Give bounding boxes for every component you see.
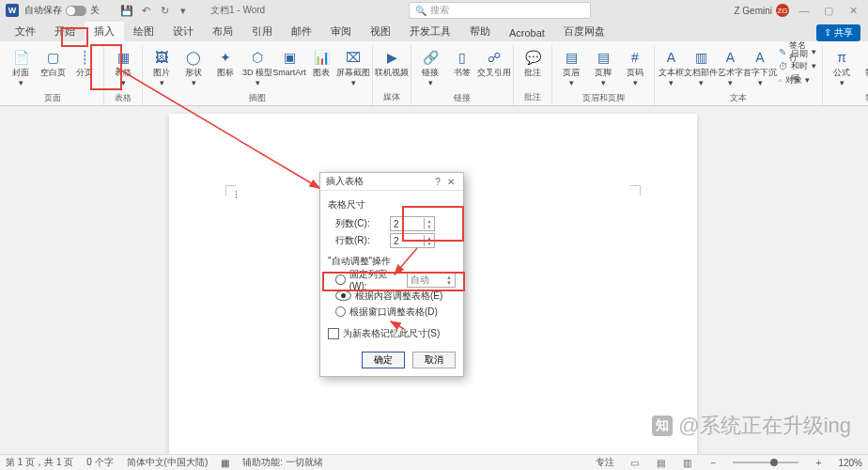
tab-开始[interactable]: 开始 [45,22,85,41]
undo-icon[interactable]: ↶ [139,4,152,17]
columns-input[interactable]: 2 ▲▼ [390,216,435,231]
columns-value: 2 [391,219,424,229]
page-count[interactable]: 第 1 页，共 1 页 [6,456,73,469]
columns-label: 列数(C): [328,217,386,230]
qat-dropdown-icon[interactable]: ▾ [177,4,190,17]
spinner-arrows[interactable]: ▲▼ [424,218,434,229]
ribbon-btn-文本框[interactable]: A文本框▾ [659,45,684,90]
share-button[interactable]: ⇪ 共享 [816,24,860,41]
艺术字-icon: A [721,47,741,68]
ribbon-btn-label: 封面 [12,68,29,78]
toggle-switch[interactable] [66,6,86,16]
tab-帮助[interactable]: 帮助 [460,22,500,41]
tab-邮件[interactable]: 邮件 [282,22,321,41]
ribbon-btn-图表[interactable]: 📊图表 [306,45,336,80]
group-label: 媒体 [383,89,400,105]
ribbon-btn-公式[interactable]: π公式▾ [827,45,857,90]
autosave-toggle[interactable]: 自动保存 关 [24,4,100,17]
redo-icon[interactable]: ↻ [158,4,171,17]
ribbon-btn-交叉引用[interactable]: ☍交叉引用 [479,45,509,80]
ribbon-btn-封面[interactable]: 📄封面▾ [6,45,36,90]
close-icon[interactable]: ✕ [844,5,862,17]
cancel-button[interactable]: 取消 [412,352,456,368]
close-icon[interactable]: ✕ [444,177,457,187]
restore-icon[interactable]: ▢ [819,5,838,17]
radio-fixed-label: 固定列宽(W): [349,268,403,291]
ribbon-btn-艺术字[interactable]: A艺术字▾ [718,45,743,90]
ribbon-btn-文档部件[interactable]: ▥文档部件▾ [686,45,716,90]
radio-fixed-width[interactable]: 固定列宽(W): 自动 ▲▼ [328,272,456,288]
tab-视图[interactable]: 视图 [361,22,400,41]
text-cursor: ⸽ [233,188,239,201]
chevron-down-icon: ▾ [160,78,164,88]
tab-引用[interactable]: 引用 [242,22,282,41]
help-icon[interactable]: ? [431,177,444,187]
rows-input[interactable]: 2 ▲▼ [390,233,435,248]
tab-插入[interactable]: 插入 [85,22,124,41]
tab-Acrobat[interactable]: Acrobat [500,24,554,41]
ribbon-btn-图标[interactable]: ✦图标 [210,45,240,80]
spinner-arrows[interactable]: ▲▼ [446,274,452,286]
zoom-in-icon[interactable]: + [812,458,825,468]
tab-开发工具[interactable]: 开发工具 [400,22,460,41]
fixed-width-select[interactable]: 自动 ▲▼ [407,273,456,288]
tab-文件[interactable]: 文件 [6,22,45,41]
print-layout-icon[interactable]: ▤ [654,458,667,468]
ok-button[interactable]: 确定 [362,352,405,368]
web-layout-icon[interactable]: ▥ [680,458,693,468]
ribbon-btn-SmartArt[interactable]: ▣SmartArt [274,45,304,80]
ribbon-btn-表格[interactable]: ▦表格▾ [108,45,138,90]
tab-设计[interactable]: 设计 [163,22,203,41]
ribbon-group-页眉和页脚: ▤页眉▾▤页脚▾#页码▾页眉和页脚 [552,45,655,105]
ribbon-btn-label: SmartArt [272,68,306,78]
tab-审阅[interactable]: 审阅 [321,22,361,41]
tab-百度网盘[interactable]: 百度网盘 [554,22,614,41]
ribbon-btn-页脚[interactable]: ▤页脚▾ [588,45,618,90]
ribbon-btn-首字下沉[interactable]: A首字下沉▾ [745,45,775,90]
ribbon-btn-label: 首字下沉 [743,68,777,78]
save-icon[interactable]: 💾 [120,4,133,17]
ribbon-group-批注: 💬批注批注 [514,45,552,105]
ribbon-btn-页码[interactable]: #页码▾ [620,45,650,90]
ribbon-btn-链接[interactable]: 🔗链接▾ [415,45,445,90]
tab-布局[interactable]: 布局 [203,22,242,41]
ribbon-mini-日期和时间[interactable]: ⏱日期和时间 ▾ [779,59,816,72]
ribbon-btn-label: 分页 [76,68,93,78]
group-label: 链接 [454,90,471,106]
tab-绘图[interactable]: 绘图 [124,22,163,41]
search-box[interactable]: 🔍 搜索 [409,2,591,19]
联机视频-icon: ▶ [381,47,402,68]
ribbon-btn-书签[interactable]: ▯书签 [447,45,477,80]
ribbon: 📄封面▾▢空白页┊分页页面▦表格▾表格🖼图片▾◯形状▾✦图标⬡3D 模型▾▣Sm… [0,41,868,106]
radio-autofit-content[interactable]: 根据内容调整表格(E) [328,288,456,304]
ribbon-mini-对象[interactable]: ▫对象 ▾ [779,73,816,86]
ribbon-btn-批注[interactable]: 💬批注 [518,45,548,80]
zoom-out-icon[interactable]: − [706,458,720,468]
ribbon-btn-图片[interactable]: 🖼图片▾ [147,45,177,90]
ribbon-btn-label: 公式 [833,68,850,78]
document-name: 文档1 - Word [210,4,265,17]
ribbon-group-文本: A文本框▾▥文档部件▾A艺术字▾A首字下沉▾✎签名行 ▾⏱日期和时间 ▾▫对象 … [655,45,823,105]
language[interactable]: 简体中文(中国大陆) [127,456,209,469]
ribbon-btn-符号[interactable]: Ω符号▾ [859,45,868,90]
minimize-icon[interactable]: — [795,5,814,16]
focus-mode[interactable]: 专注 [596,456,614,469]
ribbon-btn-空白页[interactable]: ▢空白页 [38,45,68,80]
zoom-level[interactable]: 120% [838,458,862,468]
ribbon-btn-页眉[interactable]: ▤页眉▾ [556,45,586,90]
radio-window-label: 根据窗口调整表格(D) [349,306,438,319]
zoom-slider[interactable] [733,462,798,463]
ribbon-btn-3D 模型[interactable]: ⬡3D 模型▾ [242,45,272,90]
radio-autofit-window[interactable]: 根据窗口调整表格(D) [328,304,456,320]
ribbon-btn-分页[interactable]: ┊分页 [70,45,100,80]
ribbon-btn-label: 链接 [422,68,439,78]
ribbon-btn-形状[interactable]: ◯形状▾ [178,45,209,90]
word-count[interactable]: 0 个字 [86,456,113,469]
read-mode-icon[interactable]: ▭ [628,458,641,468]
ribbon-btn-联机视频[interactable]: ▶联机视频 [377,45,407,80]
user-account[interactable]: Z Gemini ZG [734,4,789,17]
ribbon-btn-屏幕截图[interactable]: ⌧屏幕截图▾ [338,45,368,90]
remember-checkbox[interactable]: 为新表格记忆此尺寸(S) [328,325,456,342]
spinner-arrows[interactable]: ▲▼ [424,235,434,246]
accessibility[interactable]: 辅助功能: 一切就绪 [242,456,323,469]
